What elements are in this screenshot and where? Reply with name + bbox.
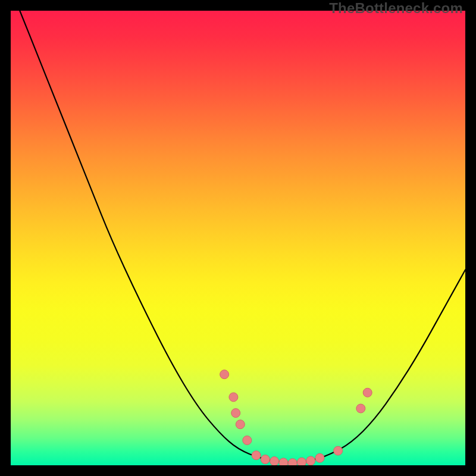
data-marker	[298, 458, 306, 465]
data-marker	[231, 409, 240, 418]
data-marker	[279, 458, 288, 465]
curve-path	[20, 11, 465, 462]
data-marker	[306, 456, 315, 465]
watermark: TheBottleneck.com	[329, 0, 463, 17]
data-marker	[220, 370, 229, 379]
data-marker	[229, 393, 238, 402]
plot-area	[11, 11, 465, 465]
bottleneck-curve	[11, 11, 465, 465]
data-marker	[236, 420, 245, 429]
data-marker	[288, 459, 297, 465]
data-marker	[363, 388, 372, 397]
data-marker	[356, 404, 365, 413]
data-marker	[334, 446, 343, 455]
data-marker	[270, 457, 279, 465]
data-marker	[243, 436, 252, 445]
data-marker	[252, 451, 261, 460]
data-marker	[261, 455, 270, 464]
chart-container: TheBottleneck.com	[0, 0, 476, 476]
data-marker	[315, 453, 324, 462]
